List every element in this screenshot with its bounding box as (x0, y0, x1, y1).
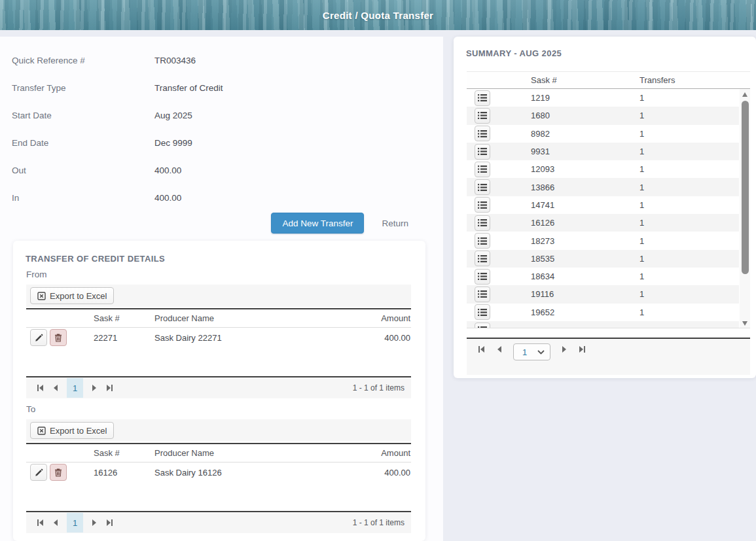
list-icon (478, 290, 487, 298)
first-page-icon[interactable] (477, 345, 486, 354)
to-label: To (26, 404, 425, 414)
cell-amount: 400.00 (310, 333, 411, 343)
row-menu-button[interactable] (475, 215, 490, 231)
cell-sask: 18273 (524, 236, 639, 246)
first-page-icon[interactable] (36, 383, 45, 393)
prev-page-icon[interactable] (52, 383, 59, 393)
left-panel: Quick Reference # TR003436 Transfer Type… (0, 37, 443, 541)
next-page-icon[interactable] (91, 518, 98, 527)
app-header: Credit / Quota Transfer (0, 0, 756, 30)
last-page-icon[interactable] (105, 518, 114, 527)
field-label: Transfer Type (12, 83, 154, 93)
prev-page-icon[interactable] (496, 345, 503, 354)
cell-sask: 16126 (524, 218, 639, 228)
row-menu-button[interactable] (475, 233, 490, 249)
transfer-details-card: TRANSFER OF CREDIT DETAILS From Export t… (13, 241, 425, 541)
column-header-transfers: Transfers (639, 75, 750, 85)
to-grid-header: Sask # Producer Name Amount (26, 443, 411, 462)
row-menu-button[interactable] (475, 162, 490, 177)
current-page-button[interactable]: 1 (67, 378, 83, 398)
add-new-transfer-button[interactable]: Add New Transfer (271, 213, 364, 234)
return-link[interactable]: Return (382, 218, 408, 228)
table-row: 13866 1 (467, 178, 739, 196)
table-row: 19652 1 (467, 304, 739, 321)
scroll-up-icon[interactable] (740, 89, 750, 99)
list-icon (478, 218, 487, 227)
row-menu-button[interactable] (475, 323, 490, 329)
scrollbar-thumb[interactable] (742, 101, 749, 274)
from-grid: Export to Excel Sask # Producer Name Amo… (26, 285, 411, 398)
table-row: 18634 1 (467, 268, 739, 285)
row-menu-button[interactable] (475, 269, 490, 285)
pencil-icon (35, 468, 43, 477)
vertical-scrollbar[interactable] (740, 89, 750, 328)
pager-info: 1 - 1 of 1 items (353, 518, 405, 527)
cell-sask: 14741 (524, 200, 639, 210)
row-menu-button[interactable] (475, 108, 490, 124)
quick-reference-value: TR003436 (154, 56, 196, 65)
edit-button[interactable] (30, 464, 47, 481)
next-page-icon[interactable] (91, 383, 98, 393)
summary-card: SUMMARY - AUG 2025 Sask # Transfers 1219… (454, 37, 756, 378)
to-pager: 1 1 - 1 of 1 items (26, 511, 411, 533)
row-menu-button[interactable] (475, 304, 490, 320)
next-page-icon[interactable] (561, 345, 567, 354)
table-row: 18273 1 (467, 232, 739, 249)
list-icon (478, 201, 487, 209)
scroll-down-icon[interactable] (740, 318, 750, 328)
cell-transfers: 1 (639, 164, 739, 174)
list-icon (478, 183, 487, 192)
page-select-dropdown[interactable]: 1 (513, 343, 550, 360)
cell-transfers: 1 (639, 271, 739, 281)
column-header-sask: Sask # (524, 75, 639, 85)
column-header-sask: Sask # (94, 313, 154, 323)
trash-icon (54, 334, 62, 342)
out-value: 400.00 (154, 166, 181, 175)
from-export-label: Export to Excel (50, 291, 107, 301)
column-header-producer: Producer Name (154, 313, 310, 323)
last-page-icon[interactable] (578, 345, 586, 354)
list-icon (478, 272, 487, 281)
table-row: 22271 Sask Dairy 22271 400.00 (26, 328, 411, 347)
field-label: Out (12, 166, 154, 175)
table-row: 18535 1 (467, 250, 739, 268)
cell-transfers: 1 (639, 254, 739, 264)
pencil-icon (35, 334, 43, 342)
list-icon (478, 308, 487, 317)
from-export-button[interactable]: Export to Excel (30, 287, 114, 304)
list-icon (478, 94, 487, 102)
last-page-icon[interactable] (105, 383, 114, 393)
first-page-icon[interactable] (36, 518, 45, 527)
row-menu-button[interactable] (475, 126, 490, 141)
delete-button[interactable] (50, 464, 67, 481)
row-menu-button[interactable] (475, 251, 490, 266)
edit-button[interactable] (30, 329, 47, 346)
list-icon (478, 147, 487, 156)
cell-sask: 18535 (524, 254, 639, 264)
table-row: 16126 Sask Dairy 16126 400.00 (26, 462, 411, 482)
grid-empty-space (26, 482, 411, 511)
credit-quota-transfer-page: Credit / Quota Transfer Quick Reference … (0, 0, 756, 541)
row-menu-button[interactable] (475, 179, 490, 195)
row-menu-button[interactable] (475, 144, 490, 160)
cell-sask: 19652 (524, 307, 639, 317)
row-menu-button[interactable] (475, 90, 490, 106)
to-export-button[interactable]: Export to Excel (30, 422, 114, 439)
table-row: 1680 1 (467, 107, 739, 124)
current-page-button[interactable]: 1 (67, 513, 83, 532)
column-header-producer: Producer Name (154, 448, 310, 458)
row-menu-button[interactable] (475, 287, 490, 302)
excel-file-icon (37, 292, 46, 300)
field-label: In (12, 193, 154, 203)
delete-button[interactable] (50, 329, 67, 346)
field-label: Quick Reference # (12, 56, 154, 65)
to-grid-toolbar: Export to Excel (26, 419, 411, 442)
summary-title: SUMMARY - AUG 2025 (466, 48, 756, 58)
cell-transfers: 1 (639, 183, 739, 192)
pager-info: 1 - 1 of 1 items (353, 383, 405, 393)
summary-pager: 1 (467, 338, 750, 375)
prev-page-icon[interactable] (52, 518, 59, 527)
row-menu-button[interactable] (475, 197, 490, 213)
cell-transfers: 1 (639, 289, 739, 299)
cell-transfers: 1 (639, 200, 739, 210)
